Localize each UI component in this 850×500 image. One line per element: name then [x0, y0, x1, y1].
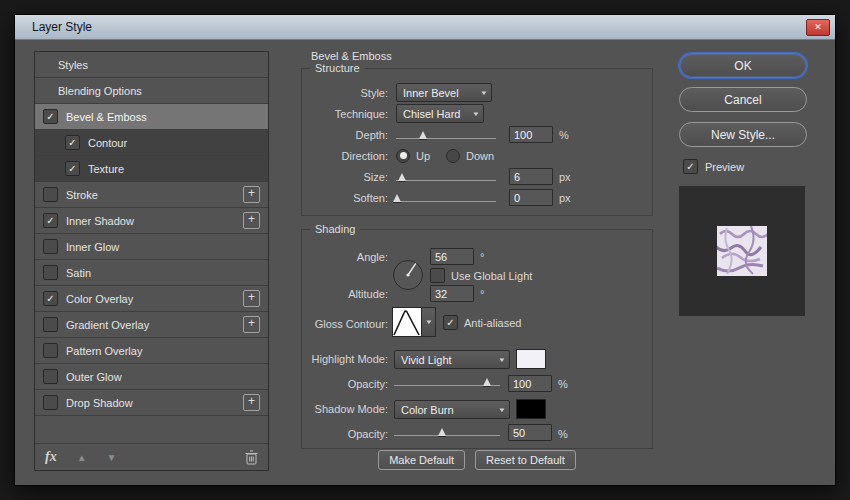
sidebar-item-inner-glow[interactable]: Inner Glow	[35, 234, 268, 260]
highlight-mode-dropdown[interactable]: Vivid Light ▼	[394, 350, 510, 369]
direction-up-label: Up	[416, 150, 430, 162]
angle-input[interactable]	[430, 248, 474, 265]
fx-icon[interactable]: fx	[45, 449, 57, 465]
add-inner-shadow-button[interactable]: +	[243, 212, 260, 229]
sidebar-item-inner-shadow[interactable]: ✓ Inner Shadow +	[35, 208, 268, 234]
sidebar-item-satin[interactable]: Satin	[35, 260, 268, 286]
shadow-color-swatch[interactable]	[516, 399, 546, 419]
highlight-opacity-input[interactable]	[508, 375, 552, 392]
slider-track	[396, 180, 496, 181]
default-buttons-row: Make Default Reset to Default	[301, 450, 653, 470]
chevron-down-icon: ▼	[498, 357, 506, 363]
direction-up-radio[interactable]	[396, 149, 410, 163]
slider-thumb[interactable]	[419, 131, 427, 139]
add-drop-shadow-button[interactable]: +	[243, 394, 260, 411]
gloss-contour-thumbnail[interactable]	[392, 307, 422, 337]
shadow-mode-dropdown[interactable]: Color Burn ▼	[394, 400, 510, 419]
check-icon: ✓	[46, 294, 54, 304]
sidebar-item-gradient-overlay[interactable]: Gradient Overlay +	[35, 312, 268, 338]
dialog-title: Layer Style	[15, 20, 92, 34]
sidebar-item-drop-shadow[interactable]: Drop Shadow +	[35, 390, 268, 416]
highlight-opacity-slider[interactable]	[394, 375, 500, 389]
anti-aliased-checkbox[interactable]: ✓	[443, 315, 458, 330]
inner-glow-checkbox[interactable]	[43, 239, 58, 254]
sidebar-item-pattern-overlay[interactable]: Pattern Overlay	[35, 338, 268, 364]
sidebar-item-bevel-emboss[interactable]: ✓ Bevel & Emboss	[35, 104, 268, 130]
new-style-button[interactable]: New Style...	[679, 122, 807, 147]
inner-shadow-checkbox[interactable]: ✓	[43, 213, 58, 228]
slider-thumb[interactable]	[393, 194, 401, 202]
angle-label: Angle:	[302, 251, 388, 263]
sidebar-item-outer-glow[interactable]: Outer Glow	[35, 364, 268, 390]
sidebar-item-contour[interactable]: ✓ Contour	[35, 130, 268, 156]
slider-thumb[interactable]	[438, 428, 446, 436]
cancel-button[interactable]: Cancel	[679, 87, 807, 112]
sidebar-item-blending-options[interactable]: Blending Options	[35, 78, 268, 104]
reset-to-default-button[interactable]: Reset to Default	[475, 450, 576, 470]
chevron-down-icon: ▼	[480, 90, 488, 96]
highlight-opacity-label: Opacity:	[302, 378, 388, 390]
altitude-label: Altitude:	[302, 288, 388, 300]
bevel-emboss-checkbox[interactable]: ✓	[43, 109, 58, 124]
dialog-titlebar[interactable]: Layer Style ✕	[15, 15, 835, 40]
texture-checkbox[interactable]: ✓	[65, 161, 80, 176]
sidebar-item-label: Gradient Overlay	[66, 319, 149, 331]
shadow-opacity-input[interactable]	[508, 424, 552, 441]
add-gradient-overlay-button[interactable]: +	[243, 316, 260, 333]
sidebar-item-texture[interactable]: ✓ Texture	[35, 156, 268, 182]
gloss-contour-label: Gloss Contour:	[302, 318, 388, 330]
drop-shadow-checkbox[interactable]	[43, 395, 58, 410]
move-up-icon[interactable]: ▲	[77, 452, 87, 463]
style-dropdown[interactable]: Inner Bevel ▼	[396, 83, 492, 102]
technique-dropdown[interactable]: Chisel Hard ▼	[396, 104, 484, 123]
move-down-icon[interactable]: ▼	[107, 452, 117, 463]
gloss-contour-picker[interactable]: ▼	[422, 307, 436, 337]
preview-checkbox[interactable]: ✓	[683, 159, 698, 174]
sidebar-item-styles[interactable]: Styles	[35, 52, 268, 78]
close-button[interactable]: ✕	[806, 19, 830, 36]
stroke-checkbox[interactable]	[43, 187, 58, 202]
sidebar-item-color-overlay[interactable]: ✓ Color Overlay +	[35, 286, 268, 312]
angle-unit: °	[480, 251, 484, 263]
styles-list-panel: Styles Blending Options ✓ Bevel & Emboss…	[34, 51, 269, 471]
size-input[interactable]	[509, 168, 553, 185]
delete-effect-icon[interactable]	[245, 450, 258, 465]
use-global-light-checkbox[interactable]	[430, 268, 445, 283]
sidebar-item-label: Pattern Overlay	[66, 345, 142, 357]
gradient-overlay-checkbox[interactable]	[43, 317, 58, 332]
add-stroke-button[interactable]: +	[243, 186, 260, 203]
satin-checkbox[interactable]	[43, 265, 58, 280]
outer-glow-checkbox[interactable]	[43, 369, 58, 384]
add-color-overlay-button[interactable]: +	[243, 290, 260, 307]
ok-button[interactable]: OK	[679, 53, 807, 78]
preview-texture-thumbnail	[717, 226, 767, 276]
dialog-actions: OK Cancel New Style... ✓ Preview	[679, 53, 807, 316]
depth-label: Depth:	[302, 129, 388, 141]
depth-slider[interactable]	[396, 128, 496, 142]
anti-aliased-row: ✓ Anti-aliased	[443, 315, 521, 330]
soften-slider[interactable]	[396, 191, 496, 205]
sidebar-item-label: Styles	[58, 59, 88, 71]
depth-input[interactable]	[509, 126, 553, 143]
direction-down-radio[interactable]	[446, 149, 460, 163]
altitude-input[interactable]	[430, 285, 474, 302]
color-overlay-checkbox[interactable]: ✓	[43, 291, 58, 306]
depth-unit: %	[559, 129, 569, 141]
technique-value: Chisel Hard	[403, 108, 468, 120]
make-default-button[interactable]: Make Default	[378, 450, 465, 470]
plus-icon: +	[248, 186, 255, 200]
size-slider[interactable]	[396, 170, 496, 184]
sidebar-footer: fx ▲ ▼	[35, 443, 268, 470]
shadow-opacity-slider[interactable]	[394, 425, 500, 439]
contour-checkbox[interactable]: ✓	[65, 135, 80, 150]
pattern-overlay-checkbox[interactable]	[43, 343, 58, 358]
angle-dial[interactable]	[392, 259, 424, 291]
highlight-color-swatch[interactable]	[516, 349, 546, 369]
slider-thumb[interactable]	[398, 173, 406, 181]
slider-track	[396, 138, 496, 139]
soften-input[interactable]	[509, 189, 553, 206]
sidebar-item-stroke[interactable]: Stroke +	[35, 182, 268, 208]
slider-thumb[interactable]	[483, 378, 491, 386]
layer-style-dialog: Layer Style ✕ Styles Blending Options ✓ …	[14, 14, 836, 486]
highlight-mode-label: Highlight Mode:	[302, 353, 388, 365]
